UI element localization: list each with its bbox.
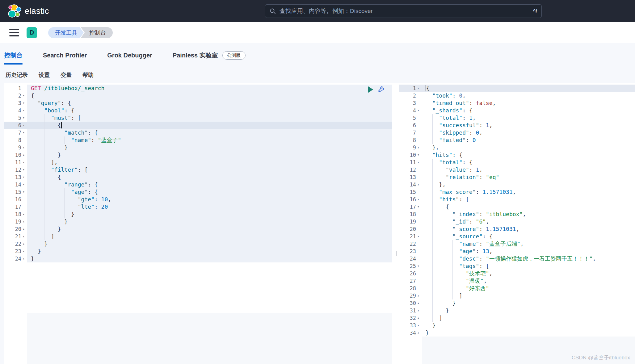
code-line[interactable]: 3"timed_out": false, [399, 99, 635, 107]
code-line[interactable]: 28"好东西" [399, 285, 635, 292]
menu-history[interactable]: 历史记录 [6, 71, 28, 79]
fold-toggle-icon[interactable]: ▴ [21, 233, 26, 240]
fold-toggle-icon[interactable]: ▴ [416, 322, 421, 329]
fold-toggle-icon[interactable]: ▾ [21, 114, 26, 122]
fold-toggle-icon[interactable]: ▴ [21, 151, 26, 159]
code-line[interactable]: 18▴} [4, 211, 392, 218]
fold-toggle-icon[interactable]: ▾ [21, 129, 26, 136]
code-line[interactable]: 22▴} [4, 240, 392, 248]
code-line[interactable]: 34▴} [399, 329, 635, 337]
code-line[interactable]: 14▾"range": { [4, 181, 392, 188]
code-line[interactable]: 4▾"_shards": { [399, 107, 635, 114]
tab-console[interactable]: 控制台 [4, 51, 23, 60]
code-line[interactable]: 27"温暖", [399, 277, 635, 285]
code-line[interactable]: 23"age": 13, [399, 248, 635, 255]
code-line[interactable]: 2"took": 0, [399, 92, 635, 99]
code-line[interactable]: 6"successful": 1, [399, 122, 635, 129]
fold-toggle-icon[interactable]: ▴ [21, 159, 26, 166]
code-line[interactable]: 23▴} [4, 248, 392, 255]
code-line[interactable]: 14▴}, [399, 181, 635, 188]
fold-toggle-icon[interactable]: ▴ [416, 181, 421, 188]
code-line[interactable]: 33▴} [399, 322, 635, 329]
fold-toggle-icon[interactable]: ▾ [21, 181, 26, 188]
fold-toggle-icon[interactable]: ▾ [21, 122, 26, 129]
fold-toggle-icon[interactable]: ▴ [416, 144, 421, 151]
breadcrumb-dev-tools[interactable]: 开发工具 [48, 27, 80, 38]
code-line[interactable]: 1GET /itbluebox/_search [4, 85, 392, 92]
code-line[interactable]: 5▾"must": [ [4, 114, 392, 122]
menu-help[interactable]: 帮助 [82, 71, 94, 79]
code-line[interactable]: 12"value": 1, [399, 166, 635, 174]
fold-toggle-icon[interactable]: ▾ [21, 166, 26, 174]
space-badge[interactable]: D [27, 27, 37, 38]
code-line[interactable]: 8"name": "蓝盒子" [4, 136, 392, 144]
code-line[interactable]: 19"_id": "6", [399, 218, 635, 225]
menu-variables[interactable]: 变量 [61, 71, 72, 79]
code-line[interactable]: 30▴} [399, 299, 635, 307]
search-input[interactable] [279, 7, 530, 15]
code-line[interactable]: 32▴] [399, 314, 635, 322]
fold-toggle-icon[interactable]: ▾ [416, 196, 421, 203]
code-line[interactable]: 15"max_score": 1.1571031, [399, 188, 635, 196]
code-line[interactable]: 16▾"hits": [ [399, 196, 635, 203]
code-line[interactable]: 16"gte": 10, [4, 196, 392, 203]
fold-toggle-icon[interactable]: ▴ [416, 329, 421, 337]
code-line[interactable]: 9▴} [4, 144, 392, 151]
fold-toggle-icon[interactable]: ▾ [416, 233, 421, 240]
fold-toggle-icon[interactable]: ▴ [21, 225, 26, 233]
code-line[interactable]: 5"total": 1, [399, 114, 635, 122]
code-line[interactable]: 3▾"query": { [4, 99, 392, 107]
breadcrumb-console[interactable]: 控制台 [81, 27, 113, 38]
elastic-logo[interactable]: elastic [8, 4, 49, 18]
menu-toggle-button[interactable] [9, 29, 19, 36]
code-line[interactable]: 18"_index": "itbluebox", [399, 211, 635, 218]
code-line[interactable]: 11▴], [4, 159, 392, 166]
fold-toggle-icon[interactable]: ▴ [416, 299, 421, 307]
wrench-icon[interactable] [377, 86, 385, 94]
code-line[interactable]: 12▾"filter": [ [4, 166, 392, 174]
response-editor[interactable]: 1▾{2"took": 0,3"timed_out": false,4▾"_sh… [399, 83, 635, 364]
code-line[interactable]: 21▾"_source": { [399, 233, 635, 240]
fold-toggle-icon[interactable]: ▴ [416, 314, 421, 322]
code-line[interactable]: 20"_score": 1.1571031, [399, 225, 635, 233]
code-line[interactable]: 19▴} [4, 218, 392, 225]
code-line[interactable]: 29▴] [399, 292, 635, 299]
code-line[interactable]: 13▾{ [4, 174, 392, 181]
fold-toggle-icon[interactable]: ▾ [416, 262, 421, 270]
fold-toggle-icon[interactable]: ▴ [416, 307, 421, 314]
tab-grok-debugger[interactable]: Grok Debugger [107, 52, 152, 59]
code-line[interactable]: 22"name": "蓝盒子后端", [399, 240, 635, 248]
fold-toggle-icon[interactable]: ▴ [21, 255, 26, 262]
fold-toggle-icon[interactable]: ▾ [416, 107, 421, 114]
fold-toggle-icon[interactable]: ▾ [21, 99, 26, 107]
send-request-button[interactable] [368, 86, 373, 93]
code-line[interactable]: 11▾"total": { [399, 159, 635, 166]
tab-painless-lab[interactable]: Painless 实验室 公测版 [173, 51, 246, 60]
code-line[interactable]: 20▴} [4, 225, 392, 233]
code-line[interactable]: 21▴] [4, 233, 392, 240]
code-line[interactable]: 2▾{ [4, 92, 392, 99]
fold-toggle-icon[interactable]: ▴ [21, 211, 26, 218]
tab-search-profiler[interactable]: Search Profiler [43, 52, 87, 59]
fold-toggle-icon[interactable]: ▾ [416, 203, 421, 211]
code-line[interactable]: 7▾"match": { [4, 129, 392, 136]
fold-toggle-icon[interactable]: ▴ [21, 218, 26, 225]
code-line[interactable]: 10▴} [4, 151, 392, 159]
code-line[interactable]: 1▾{ [399, 85, 635, 92]
code-line[interactable]: 31▴} [399, 307, 635, 314]
code-line[interactable]: 13"relation": "eq" [399, 174, 635, 181]
code-line[interactable]: 25▾"tags": [ [399, 262, 635, 270]
code-line[interactable]: 4▾"bool": { [4, 107, 392, 114]
global-search-box[interactable]: ^/ [265, 4, 542, 18]
code-line[interactable]: 9▴}, [399, 144, 635, 151]
fold-toggle-icon[interactable]: ▾ [21, 92, 26, 99]
code-line[interactable]: 24"desc": "一顿操作猛如虎，一看工资两千五！！！", [399, 255, 635, 262]
fold-toggle-icon[interactable]: ▴ [21, 248, 26, 255]
fold-toggle-icon[interactable]: ▾ [416, 151, 421, 159]
fold-toggle-icon[interactable]: ▾ [416, 159, 421, 166]
code-line[interactable]: 17▾{ [399, 203, 635, 211]
fold-toggle-icon[interactable]: ▾ [21, 188, 26, 196]
fold-toggle-icon[interactable]: ▴ [21, 240, 26, 248]
fold-toggle-icon[interactable]: ▴ [21, 144, 26, 151]
split-drag-handle[interactable] [395, 251, 397, 256]
